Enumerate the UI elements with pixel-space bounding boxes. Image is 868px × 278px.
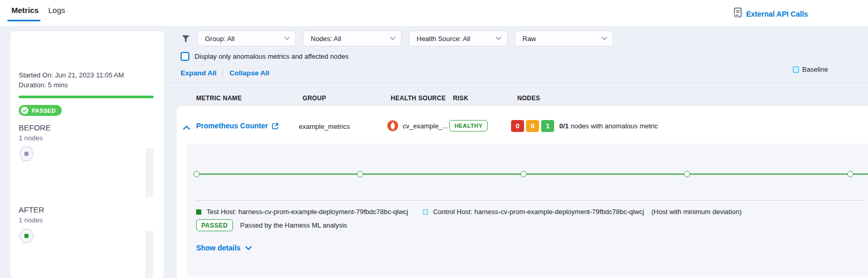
active-tab-underline: [7, 20, 40, 21]
control-host-label: Control Host: harness-cv-prom-example-de…: [433, 208, 644, 216]
nodes-summary-text: 0/1 nodes with anomalous metric: [559, 122, 658, 130]
chevron-down-icon: [390, 36, 396, 41]
column-header-metric-name: METRIC NAME: [196, 95, 242, 102]
chart-data-point[interactable]: [194, 171, 200, 177]
top-tab-bar: Metrics Logs API External API Calls: [0, 0, 868, 26]
anomalous-metrics-checkbox[interactable]: [181, 52, 189, 61]
control-host-swatch: [423, 209, 428, 215]
show-details-label: Show details: [196, 244, 241, 252]
metric-name-link[interactable]: Prometheus Counter: [196, 122, 279, 130]
check-circle-icon: [21, 107, 29, 114]
links-divider: [223, 69, 223, 77]
chart-legend: Test Host: harness-cv-prom-example-deplo…: [196, 208, 742, 216]
metric-row-card: Prometheus Counter example_metrics cv_ex…: [177, 106, 868, 278]
metric-row-header: Prometheus Counter example_metrics cv_ex…: [177, 106, 868, 143]
show-details-link[interactable]: Show details: [196, 244, 252, 252]
health-source-filter-value: Health Source: All: [417, 35, 470, 43]
before-node-count: 1 nodes: [19, 134, 43, 142]
verification-summary-card: Started On: Jun 21, 2023 11:05 AM Durati…: [10, 31, 164, 278]
chart-legend-divider: [196, 200, 865, 201]
health-source-name: cv_example_...: [403, 122, 448, 130]
header-divider: [169, 83, 868, 83]
before-node-square: [24, 152, 29, 156]
after-node-square: [24, 234, 29, 238]
column-header-nodes: NODES: [517, 95, 540, 102]
chart-data-point[interactable]: [357, 171, 363, 177]
chart-data-point[interactable]: [847, 171, 853, 177]
nodes-filter-dropdown[interactable]: Nodes: All: [303, 31, 402, 46]
column-header-health-source: HEALTH SOURCE: [391, 95, 446, 102]
column-header-risk: RISK: [453, 95, 469, 102]
chart-data-point[interactable]: [520, 171, 527, 177]
chevron-down-icon: [284, 36, 290, 41]
svg-text:API: API: [734, 14, 739, 17]
chevron-down-icon: [601, 36, 608, 41]
metric-name-text: Prometheus Counter: [196, 122, 268, 130]
warning-count-badge-orange: 0: [526, 120, 539, 132]
verification-progress-bar: [19, 96, 154, 98]
baseline-swatch: [793, 67, 799, 73]
data-type-value: Raw: [522, 35, 536, 43]
after-section-label: AFTER: [19, 205, 44, 214]
after-node-count: 1 nodes: [19, 216, 43, 224]
nodes-summary-rest: nodes with anomalous metric: [571, 122, 658, 130]
group-filter-dropdown[interactable]: Group: All: [197, 31, 296, 46]
analysis-passed-badge: PASSED: [196, 219, 233, 231]
chevron-down-icon: [245, 246, 252, 250]
prometheus-icon: [387, 120, 398, 131]
risk-status-badge: HEALTHY: [449, 120, 488, 131]
health-source-filter-dropdown[interactable]: Health Source: All: [409, 31, 507, 46]
expand-collapse-row: Expand All Collapse All: [181, 69, 269, 77]
metric-group-value: example_metrics: [299, 123, 350, 130]
duration-text: Duration: 5 mins: [19, 81, 68, 89]
nodes-filter-value: Nodes: All: [311, 35, 341, 43]
legend-note: (Host with minimum deviation): [652, 208, 742, 216]
external-link-icon: [272, 123, 279, 129]
node-risk-count-badges: 0 0 1: [511, 120, 554, 132]
filter-funnel-icon[interactable]: [182, 35, 190, 45]
metric-detail-panel: Test Host: harness-cv-prom-example-deplo…: [187, 143, 868, 276]
nodes-summary-ratio: 0/1: [559, 122, 569, 130]
before-section-label: BEFORE: [19, 123, 51, 132]
external-api-calls-link[interactable]: API External API Calls: [733, 7, 808, 20]
collapse-all-link[interactable]: Collapse All: [229, 69, 269, 77]
verification-metrics-page: Metrics Logs API External API Calls Star…: [0, 0, 868, 278]
after-scrollbar-track[interactable]: [146, 231, 154, 278]
metric-line-chart: [196, 174, 868, 175]
test-host-label: Test Host: harness-cv-prom-example-deplo…: [206, 208, 408, 216]
healthy-count-badge-green: 1: [541, 120, 554, 132]
tab-logs[interactable]: Logs: [48, 6, 65, 15]
test-host-swatch: [196, 209, 201, 215]
before-node-hexagon[interactable]: [19, 147, 34, 163]
analysis-passed-text: Passed by the Harness ML analysis: [240, 221, 347, 229]
anomalous-filter-row: Display only anomalous metrics and affec…: [181, 52, 349, 61]
health-source-cell: cv_example_...: [387, 120, 448, 131]
tab-metrics[interactable]: Metrics: [11, 6, 39, 15]
external-api-calls-label: External API Calls: [746, 10, 808, 18]
before-scrollbar-track[interactable]: [146, 148, 154, 197]
verification-status-badge: PASSED: [19, 105, 62, 116]
started-on-text: Started On: Jun 21, 2023 11:05 AM: [19, 71, 124, 79]
collapse-row-chevron-icon[interactable]: [183, 123, 190, 133]
expand-all-link[interactable]: Expand All: [181, 69, 216, 77]
anomalous-count-badge-red: 0: [511, 120, 524, 132]
anomalous-metrics-checkbox-label: Display only anomalous metrics and affec…: [195, 52, 349, 60]
chevron-down-icon: [495, 36, 502, 41]
status-badge-label: PASSED: [32, 108, 56, 114]
baseline-label: Baseline: [802, 65, 828, 73]
api-document-icon: API: [733, 7, 742, 20]
after-node-hexagon[interactable]: [19, 229, 34, 245]
data-type-dropdown[interactable]: Raw: [515, 31, 613, 46]
analysis-result-row: PASSED Passed by the Harness ML analysis: [196, 219, 347, 231]
chart-data-point[interactable]: [684, 171, 690, 177]
baseline-legend: Baseline: [793, 65, 868, 73]
column-header-group: GROUP: [302, 95, 326, 102]
group-filter-value: Group: All: [205, 35, 235, 43]
